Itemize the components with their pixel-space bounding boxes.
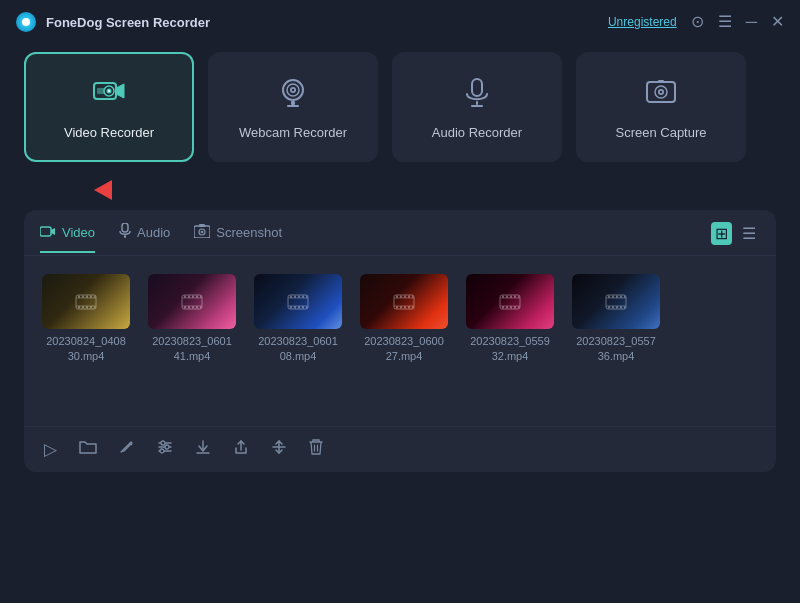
file-item[interactable]: 20230823_0601 08.mp4 (254, 274, 342, 412)
tab-screenshot[interactable]: Screenshot (194, 224, 282, 253)
file-thumb-inner (42, 274, 130, 329)
svg-rect-84 (502, 295, 504, 298)
svg-rect-59 (294, 295, 296, 298)
share-btn[interactable] (231, 437, 251, 462)
svg-rect-74 (408, 295, 410, 298)
move-btn[interactable] (269, 437, 289, 462)
delete-btn[interactable] (307, 437, 325, 462)
svg-rect-71 (396, 295, 398, 298)
svg-rect-40 (90, 306, 92, 309)
edit-btn[interactable] (117, 437, 137, 462)
svg-rect-101 (624, 295, 626, 298)
svg-rect-50 (184, 306, 186, 309)
svg-rect-76 (396, 306, 398, 309)
svg-point-28 (201, 231, 204, 234)
svg-rect-86 (510, 295, 512, 298)
file-item[interactable]: 20230823_0600 27.mp4 (360, 274, 448, 412)
svg-rect-12 (287, 105, 299, 107)
svg-rect-100 (620, 295, 622, 298)
svg-rect-91 (510, 306, 512, 309)
file-thumbnail (148, 274, 236, 329)
tab-video[interactable]: Video (40, 225, 95, 253)
svg-rect-93 (518, 306, 520, 309)
svg-rect-32 (78, 295, 80, 298)
file-thumb-inner (572, 274, 660, 329)
svg-rect-105 (620, 306, 622, 309)
video-recorder-icon (91, 74, 127, 115)
minimize-btn[interactable]: ─ (746, 14, 757, 30)
svg-rect-104 (616, 306, 618, 309)
svg-rect-60 (298, 295, 300, 298)
file-item[interactable]: 20230823_0601 41.mp4 (148, 274, 236, 412)
svg-rect-54 (200, 306, 202, 309)
svg-point-19 (660, 91, 662, 93)
menu-icon-btn[interactable]: ☰ (718, 14, 732, 30)
svg-rect-102 (608, 306, 610, 309)
svg-rect-49 (200, 295, 202, 298)
file-name: 20230824_0408 30.mp4 (42, 334, 130, 365)
svg-rect-85 (506, 295, 508, 298)
grid-view-btn[interactable]: ⊞ (711, 222, 732, 245)
file-name: 20230823_0559 32.mp4 (466, 334, 554, 365)
tab-audio[interactable]: Audio (119, 223, 170, 254)
target-icon-btn[interactable]: ⊙ (691, 14, 704, 30)
svg-rect-33 (82, 295, 84, 298)
svg-point-10 (292, 89, 294, 91)
svg-rect-26 (199, 224, 205, 227)
tab-screenshot-icon (194, 224, 210, 241)
screen-capture-label: Screen Capture (615, 125, 706, 140)
svg-point-112 (165, 445, 169, 449)
svg-rect-103 (612, 306, 614, 309)
audio-recorder-label: Audio Recorder (432, 125, 522, 140)
mode-btn-audio-recorder[interactable]: Audio Recorder (392, 52, 562, 162)
red-arrow-icon (94, 180, 112, 200)
file-name: 20230823_0601 08.mp4 (254, 334, 342, 365)
tab-audio-label: Audio (137, 225, 170, 240)
svg-rect-21 (40, 227, 51, 236)
screen-capture-icon (643, 74, 679, 115)
close-btn[interactable]: ✕ (771, 14, 784, 30)
file-name: 20230823_0601 41.mp4 (148, 334, 236, 365)
unregistered-link[interactable]: Unregistered (608, 15, 677, 29)
svg-point-113 (160, 449, 164, 453)
mode-btn-video-recorder[interactable]: Video Recorder (24, 52, 194, 162)
titlebar-actions: Unregistered ⊙ ☰ ─ ✕ (608, 14, 784, 30)
main-content: Video Recorder Webcam Recorder (0, 44, 800, 472)
bottom-toolbar: ▷ (24, 426, 776, 472)
svg-marker-3 (116, 84, 124, 98)
file-thumbnail (42, 274, 130, 329)
svg-rect-24 (124, 235, 126, 238)
svg-rect-97 (608, 295, 610, 298)
list-view-btn[interactable]: ☰ (738, 222, 760, 245)
svg-rect-63 (290, 306, 292, 309)
mode-btn-screen-capture[interactable]: Screen Capture (576, 52, 746, 162)
svg-rect-47 (192, 295, 194, 298)
svg-rect-48 (196, 295, 198, 298)
svg-rect-66 (302, 306, 304, 309)
file-item[interactable]: 20230823_0557 36.mp4 (572, 274, 660, 412)
svg-rect-80 (412, 306, 414, 309)
folder-btn[interactable] (77, 437, 99, 462)
svg-rect-38 (82, 306, 84, 309)
panel-tabs: Video Audio (24, 210, 776, 256)
file-item[interactable]: 20230824_0408 30.mp4 (42, 274, 130, 412)
download-btn[interactable] (193, 437, 213, 462)
svg-rect-39 (86, 306, 88, 309)
file-thumbnail (572, 274, 660, 329)
svg-rect-73 (404, 295, 406, 298)
app-title: FoneDog Screen Recorder (46, 15, 608, 30)
play-btn[interactable]: ▷ (42, 437, 59, 462)
tab-video-label: Video (62, 225, 95, 240)
media-panel: Video Audio (24, 210, 776, 472)
logo-inner (22, 18, 30, 26)
mode-btn-webcam-recorder[interactable]: Webcam Recorder (208, 52, 378, 162)
svg-rect-46 (188, 295, 190, 298)
settings-btn[interactable] (155, 437, 175, 462)
svg-rect-20 (658, 80, 664, 83)
file-item[interactable]: 20230823_0559 32.mp4 (466, 274, 554, 412)
svg-rect-58 (290, 295, 292, 298)
svg-rect-23 (122, 223, 128, 232)
svg-rect-52 (192, 306, 194, 309)
svg-rect-37 (78, 306, 80, 309)
app-logo (16, 12, 36, 32)
